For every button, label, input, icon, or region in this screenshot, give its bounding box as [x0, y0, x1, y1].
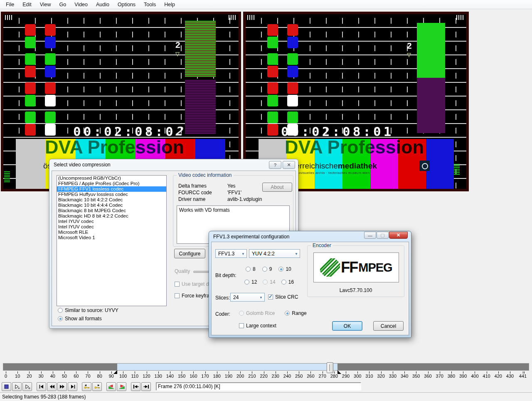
menu-tools[interactable]: Tools	[140, 0, 160, 9]
menu-options[interactable]: Options	[113, 0, 140, 9]
bar-blue	[426, 139, 454, 189]
radio-label: Range	[292, 310, 306, 316]
codec-item[interactable]: Intel IYUV codec	[57, 219, 166, 224]
radio-similar-to-source[interactable]: Similar to source: UYVY	[58, 307, 118, 313]
coder-range[interactable]: Range	[285, 310, 306, 316]
test-square-red	[25, 82, 36, 94]
ok-button[interactable]: OK	[332, 321, 362, 331]
test-square-green	[25, 95, 36, 106]
use-target-checkbox[interactable]: Use target dat	[175, 281, 213, 287]
timeline-thumb[interactable]	[327, 362, 333, 373]
codec-info-title: Video codec information	[177, 172, 234, 178]
scene-prev-button[interactable]	[106, 382, 116, 391]
play-output-button[interactable]	[22, 382, 32, 391]
key-next-button[interactable]	[92, 382, 102, 391]
film-deco	[247, 15, 256, 20]
about-button[interactable]: About	[262, 183, 292, 192]
menu-help[interactable]: Help	[160, 0, 179, 9]
large-context-checkbox[interactable]: Large context	[239, 323, 276, 329]
mediathek-logo-icon	[419, 161, 430, 171]
slices-select[interactable]: 24▼	[230, 293, 265, 302]
ffv1-version-select[interactable]: FFV1.3▼	[215, 249, 247, 258]
mark-out-marker	[337, 370, 341, 374]
help-button[interactable]: ?	[269, 161, 281, 169]
tick-label: 130	[155, 374, 162, 379]
maximize-button[interactable]: ▢	[377, 232, 389, 239]
cancel-label: Cancel	[381, 323, 396, 329]
test-square-blue	[287, 66, 298, 77]
close-button[interactable]: ✕	[283, 161, 295, 169]
menu-file[interactable]: File	[2, 0, 18, 9]
menu-view[interactable]: View	[36, 0, 55, 9]
force-keyframes-checkbox[interactable]: Force keyfram	[175, 293, 214, 299]
menu-video[interactable]: Video	[70, 0, 92, 9]
go-start-button[interactable]	[37, 382, 46, 391]
scene-next-button[interactable]	[117, 382, 126, 391]
step-back-icon	[49, 384, 55, 389]
cancel-button[interactable]: Cancel	[373, 321, 404, 331]
minimize-button[interactable]: —	[364, 232, 376, 239]
codec-item[interactable]: Blackmagic HD 8 bit 4:2:2 Codec	[57, 213, 166, 219]
compression-dialog-title: Select video compression	[54, 162, 111, 168]
menu-edit[interactable]: Edit	[18, 0, 36, 9]
codec-item[interactable]: FFMPEG / Apple ProRes (iCodec Pro)	[57, 181, 166, 186]
bitdepth-9[interactable]: 9	[262, 266, 272, 272]
step-back-button[interactable]	[47, 382, 57, 391]
codec-item[interactable]: Microsoft RLE	[57, 230, 166, 235]
bitdepth-14[interactable]: 14	[263, 279, 275, 285]
colorspace-select[interactable]: YUV 4:2:2▼	[249, 249, 300, 258]
maximize-icon: ▢	[380, 233, 384, 238]
codec-item[interactable]: Blackmagic 10 bit 4:4:4 Codec	[57, 203, 166, 208]
coder-row: Golomb RiceRange	[239, 310, 307, 316]
mark-in-button[interactable]	[131, 382, 140, 391]
codec-item[interactable]: (Uncompressed RGB/YCbCr)	[57, 176, 166, 181]
tick-label: 190	[225, 374, 232, 379]
step-forward-icon	[59, 384, 66, 389]
menu-audio[interactable]: Audio	[92, 0, 113, 9]
step-forward-button[interactable]	[57, 382, 67, 391]
test-square-white	[287, 95, 298, 106]
quality-slider[interactable]	[193, 271, 210, 273]
codec-item[interactable]: FFMPEG Huffyuv lossless codec	[57, 192, 166, 197]
ffv1-version-value: FFV1.3	[218, 251, 234, 257]
slice-crc-checkbox[interactable]: Slice CRC	[268, 294, 298, 300]
bitdepth-16[interactable]: 16	[281, 279, 294, 285]
codec-item[interactable]: Intel IYUV codec	[57, 224, 166, 230]
radio-show-all-formats[interactable]: Show all formats	[58, 316, 102, 322]
test-square-red	[287, 82, 298, 94]
film-deco	[456, 15, 465, 20]
tick-label: 0	[5, 374, 7, 379]
chevron-down-icon: ▼	[259, 295, 263, 299]
codec-item[interactable]: Microsoft Video 1	[57, 235, 166, 240]
stop-button[interactable]	[2, 382, 11, 391]
test-square-red	[267, 124, 278, 136]
tick-label: 240	[283, 374, 291, 379]
tick-label: 40	[50, 374, 55, 379]
track-after-selection	[337, 364, 529, 370]
codec-item[interactable]: Blackmagic 8 bit MJPEG Codec	[57, 208, 166, 213]
menu-go[interactable]: Go	[55, 0, 71, 9]
coder-golomb-rice[interactable]: Golomb Rice	[239, 310, 275, 316]
bitdepth-8[interactable]: 8	[246, 266, 256, 272]
test-square-white	[45, 124, 56, 136]
test-square-red	[25, 24, 36, 36]
go-end-button[interactable]	[68, 382, 77, 391]
key-prev-button[interactable]	[82, 382, 91, 391]
bitdepth-10[interactable]: 10	[278, 266, 291, 272]
ffv1-dialog-title: FFV1.3 experimental configuration	[213, 234, 289, 240]
mark-out-button[interactable]	[141, 382, 151, 391]
encoder-version: Lavc57.70.100	[308, 287, 404, 293]
codec-list[interactable]: (Uncompressed RGB/YCbCr)FFMPEG / Apple P…	[57, 175, 167, 306]
bitdepth-12[interactable]: 12	[244, 279, 257, 285]
codec-info-value: Yes	[227, 183, 262, 190]
codec-item[interactable]: FFMPEG FFV1 lossless codec	[57, 186, 166, 192]
tick-label: 350	[412, 374, 420, 379]
configure-button[interactable]: Configure	[174, 249, 205, 258]
coder-label: Coder:	[215, 311, 230, 317]
close-button[interactable]: ✕	[389, 232, 408, 239]
codec-item[interactable]: Blackmagic 10 bit 4:2:2 Codec	[57, 197, 166, 203]
checkbox-icon	[175, 293, 180, 298]
play-input-button[interactable]	[12, 382, 22, 391]
help-icon: ?	[274, 163, 276, 168]
virtualdub-window: FileEditViewGoVideoAudioOptionsToolsHelp…	[0, 0, 532, 401]
